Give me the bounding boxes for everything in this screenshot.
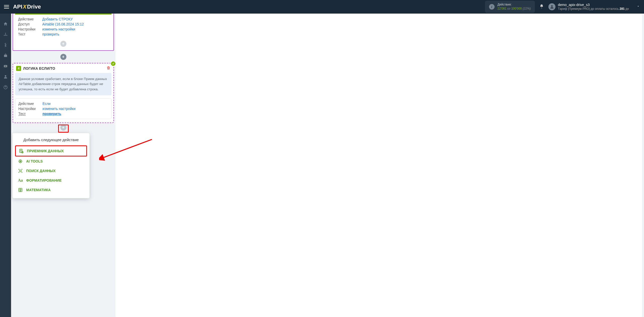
header-left: APIXDrive xyxy=(4,4,41,10)
sidebar-item-help[interactable] xyxy=(0,82,11,93)
logo[interactable]: APIXDrive xyxy=(13,4,41,10)
flow-column: Действие Добавить СТРОКУ Доступ Airtable… xyxy=(11,14,115,317)
actions-text: Действия: 22'081 из 100'000 (22%) xyxy=(498,3,531,11)
logic-action-link[interactable]: Если xyxy=(43,102,51,106)
popup-item-data-search[interactable]: ПОИСК ДАННЫХ xyxy=(15,166,87,176)
header: APIXDrive i Действия: 22'081 из 100'000 … xyxy=(0,0,644,14)
popup-item-label: МАТЕМАТИКА xyxy=(26,188,51,192)
popup-item-label: ПРИЕМНИК ДАННЫХ xyxy=(27,149,64,153)
action-label: Действие xyxy=(18,17,40,21)
block-destination: Действие Добавить СТРОКУ Доступ Airtable… xyxy=(13,14,114,51)
logic-test-label: Тест xyxy=(18,112,40,116)
popup-title: Добавить следующее действие xyxy=(15,138,87,142)
trash-icon[interactable] xyxy=(106,66,110,70)
sidebar-item-billing[interactable] xyxy=(0,40,11,50)
info-icon: i xyxy=(489,4,495,10)
settings-link[interactable]: изменить настройки xyxy=(42,27,75,31)
user-menu[interactable]: demo_apix-drive_s3 Тариф |Премиум PRO| д… xyxy=(548,3,640,11)
user-name: demo_apix-drive_s3 xyxy=(558,3,629,7)
add-step-highlighted: + xyxy=(58,125,69,133)
block-number: 4 xyxy=(16,66,21,71)
svg-rect-5 xyxy=(4,55,7,57)
logo-pre: API xyxy=(13,4,22,10)
logic-description: Данное условие сработает, если в блоке П… xyxy=(15,73,111,95)
popup-item-label: AI TOOLS xyxy=(26,159,43,163)
user-tariff: Тариф |Премиум PRO| до оплаты осталось 2… xyxy=(558,7,629,11)
sidebar xyxy=(0,14,11,317)
sidebar-item-home[interactable] xyxy=(0,19,11,29)
brain-icon xyxy=(18,158,23,164)
action-link[interactable]: Добавить СТРОКУ xyxy=(42,17,73,21)
bell-icon[interactable] xyxy=(539,4,544,10)
logo-x: X xyxy=(23,4,27,10)
settings-label: Настройки xyxy=(18,27,40,31)
svg-point-4 xyxy=(5,35,6,36)
popup-item-label: ПОИСК ДАННЫХ xyxy=(26,169,56,173)
svg-rect-13 xyxy=(20,170,21,172)
add-step-inner-button[interactable]: + xyxy=(60,41,66,47)
access-link[interactable]: Airtable (16.08.2024 15:12 xyxy=(42,22,84,26)
sidebar-item-video[interactable] xyxy=(0,61,11,71)
destination-settings: Действие Добавить СТРОКУ Доступ Airtable… xyxy=(15,14,111,38)
actions-label: Действия: xyxy=(498,3,531,7)
aa-icon: Aa xyxy=(18,178,23,183)
svg-point-7 xyxy=(5,75,6,77)
actions-counter[interactable]: i Действия: 22'081 из 100'000 (22%) xyxy=(485,1,535,13)
avatar xyxy=(548,3,555,10)
logic-settings-link[interactable]: изменить настройки xyxy=(43,107,75,111)
add-action-popup: Добавить следующее действие ПРИЕМНИК ДАН… xyxy=(13,133,90,198)
test-label: Тест xyxy=(18,32,40,36)
popup-item-ai-tools[interactable]: AI TOOLS xyxy=(15,156,87,166)
logic-settings-label: Настройки xyxy=(18,107,40,111)
sidebar-item-connections[interactable] xyxy=(0,29,11,40)
svg-point-0 xyxy=(551,5,553,7)
logic-action-label: Действие xyxy=(18,102,40,106)
chevron-down-icon xyxy=(636,5,640,9)
content-right-panel xyxy=(115,14,642,317)
block-title: ЛОГИКА ЕСЛИ/ТО xyxy=(23,66,55,70)
popup-item-label: ФОРМАТИРОВАНИЕ xyxy=(26,178,62,182)
popup-item-formatting[interactable]: Aa ФОРМАТИРОВАНИЕ xyxy=(15,176,87,185)
scan-icon xyxy=(18,168,23,174)
calc-icon xyxy=(18,187,23,193)
access-label: Доступ xyxy=(18,22,40,26)
main: Действие Добавить СТРОКУ Доступ Airtable… xyxy=(11,14,644,317)
sidebar-item-profile[interactable] xyxy=(0,71,11,82)
block-logic: 4 ЛОГИКА ЕСЛИ/ТО Данное условие сработае… xyxy=(13,63,114,123)
add-step-between-button[interactable]: + xyxy=(60,54,66,60)
logic-settings: Действие Если Настройки изменить настрой… xyxy=(15,98,111,119)
actions-numbers: 22'081 из 100'000 (22%) xyxy=(498,7,531,11)
sidebar-item-workspace[interactable] xyxy=(0,50,11,61)
logo-post: Drive xyxy=(27,4,41,10)
popup-item-data-receiver[interactable]: ПРИЕМНИК ДАННЫХ xyxy=(15,145,87,156)
doc-plus-icon xyxy=(18,148,24,154)
svg-point-1 xyxy=(5,33,6,33)
test-link[interactable]: проверить xyxy=(42,32,59,36)
block-header: 4 ЛОГИКА ЕСЛИ/ТО xyxy=(15,63,111,73)
header-right: i Действия: 22'081 из 100'000 (22%) demo… xyxy=(485,1,640,13)
logic-test-link[interactable]: проверить xyxy=(43,112,61,116)
annotation-red-box-add xyxy=(58,125,69,133)
svg-point-12 xyxy=(20,161,21,162)
user-info: demo_apix-drive_s3 Тариф |Премиум PRO| д… xyxy=(558,3,629,11)
popup-item-math[interactable]: МАТЕМАТИКА xyxy=(15,185,87,195)
menu-icon[interactable] xyxy=(4,4,10,10)
